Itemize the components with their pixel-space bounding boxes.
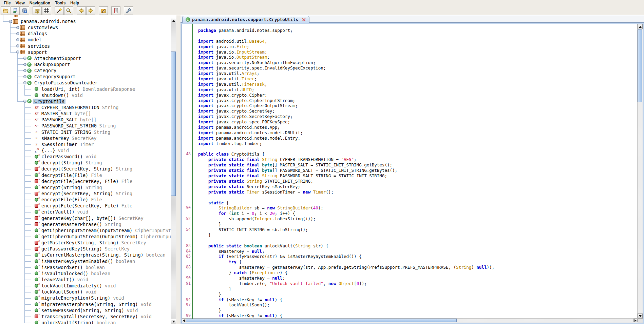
tree-item-type: void (72, 93, 83, 98)
tree-expand-handle[interactable] (23, 57, 27, 60)
settings-button[interactable] (124, 6, 133, 15)
editor-tab-cryptoutils[interactable]: panama.android.notes.support.CryptoUtils… (182, 16, 309, 23)
tree-item[interactable]: generateKey(char[], byte[])SecretKey (0, 215, 171, 221)
tree-expand-handle[interactable] (23, 81, 27, 84)
tree-item[interactable]: generateMasterPhrase()String (0, 221, 171, 227)
tree-item[interactable]: decrypt(String)String (0, 160, 171, 166)
tree-item[interactable]: transcryptAll(SecretKey, SecretKey)void (0, 313, 171, 320)
tree-item[interactable]: CryptoPicassoDownloader (0, 80, 171, 86)
tree-item[interactable]: migrateEncryption(String)void (0, 295, 171, 301)
tree-item[interactable]: isVaultUnlocked()boolean (0, 270, 171, 277)
tree-item[interactable]: CYPHER_TRANSFORMATIONString (0, 104, 171, 110)
scroll-right-button[interactable] (633, 319, 638, 322)
tree-expand-handle[interactable] (8, 20, 13, 23)
tree-item[interactable]: isCurrentMasterphrase(String, String)boo… (0, 252, 171, 258)
tree-expand-handle[interactable] (23, 63, 27, 66)
forward-button[interactable] (86, 6, 95, 15)
wand-button[interactable] (55, 6, 64, 15)
tree-item[interactable]: setNewPassword(String, String)void (0, 307, 171, 313)
tree-item[interactable]: customviews (0, 24, 171, 31)
code-area[interactable]: package panama.android.notes.support;imp… (182, 24, 638, 319)
search-button[interactable] (64, 6, 73, 15)
tree-item[interactable]: dialogs (0, 31, 171, 37)
tree-item[interactable]: MASTER_SALTbyte[] (0, 110, 171, 117)
tree-item[interactable]: sSessionTimerTimer (0, 141, 171, 147)
tree-item[interactable]: getCipherInputStream(InputStream)CipherI… (0, 227, 171, 234)
scroll-up-button[interactable] (171, 18, 176, 23)
grid-button[interactable] (42, 6, 51, 15)
menu-view[interactable]: View (13, 0, 27, 6)
menu-navigation[interactable]: Navigation (27, 0, 53, 6)
tree-item[interactable]: unlockVault(String)boolean (0, 320, 171, 324)
package-tree[interactable]: panama.android.notescustomviewsdialogsmo… (0, 15, 171, 324)
tree-item[interactable]: migrateMasterphrase(String, String)void (0, 301, 171, 307)
tree-expand-handle[interactable] (16, 50, 20, 54)
tree-item[interactable]: PASSWORD_SALT_STRINGString (0, 123, 171, 129)
tree-item[interactable]: {...}void (0, 147, 171, 154)
scroll-up-button[interactable] (638, 24, 643, 29)
tree-item[interactable]: decrypt(SecretKey, String)String (0, 166, 171, 172)
tree-expand-handle[interactable] (23, 69, 27, 72)
tree-item[interactable]: getPasswordKey(String)SecretKey (0, 246, 171, 252)
tree-item[interactable]: CategorySupport (0, 74, 171, 80)
tree-expand-handle[interactable] (23, 75, 27, 78)
tree-item[interactable]: enterVault()void (0, 209, 171, 215)
tree-item[interactable]: leaveVault()void (0, 277, 171, 283)
tree-expand-handle[interactable] (16, 38, 20, 41)
tree-item[interactable]: encrypt(String)String (0, 184, 171, 190)
tree-item[interactable]: isMasterKeySystemEnabled()boolean (0, 258, 171, 264)
tree-item[interactable]: STATIC_INIT_STRINGString (0, 129, 171, 135)
tree-item[interactable]: panama.android.notes (0, 18, 171, 24)
swap-arrows-button[interactable] (33, 6, 42, 15)
tree-item[interactable]: decryptFile(File)File (0, 172, 171, 178)
code-editor[interactable]: package panama.android.notes.support;imp… (182, 24, 643, 323)
tree-expand-handle[interactable] (16, 26, 20, 29)
code-vscrollbar-thumb[interactable] (638, 29, 642, 102)
tree-vertical-scrollbar[interactable] (171, 18, 176, 324)
tree-item[interactable]: services (0, 43, 171, 49)
tree-item[interactable]: Category (0, 67, 171, 74)
tree-item[interactable]: encrypt(SecretKey, String)String (0, 190, 171, 197)
tree-item[interactable]: decryptFile(SecretKey, File)File (0, 178, 171, 184)
code-hscrollbar-thumb[interactable] (186, 319, 457, 322)
report-button[interactable] (111, 6, 120, 15)
tree-item[interactable]: sMasterKeySecretKey (0, 135, 171, 141)
tree-item[interactable]: getMasterKey(String, String)SecretKey (0, 240, 171, 246)
scroll-down-button[interactable] (171, 319, 176, 324)
code-horizontal-scrollbar[interactable] (182, 318, 638, 323)
tree-item-type: String (99, 123, 116, 128)
code-line: import javax.crypto.CipherOutputStream; (182, 103, 638, 108)
tree-item[interactable]: encryptFile(File)File (0, 197, 171, 203)
tree-item[interactable]: load(Uri, int)Downloader$Response (0, 86, 171, 92)
tree-item[interactable]: encryptFile(SecretKey, File)File (0, 203, 171, 209)
open-file-button[interactable] (1, 6, 10, 15)
tree-expand-handle[interactable] (16, 44, 20, 47)
scroll-down-button[interactable] (638, 313, 643, 319)
menu-file[interactable]: File (1, 0, 13, 6)
tree-scrollbar-thumb[interactable] (171, 52, 176, 196)
save-button[interactable] (20, 6, 29, 15)
tree-item[interactable]: getCipherOutputStream(OutputStream)Ciphe… (0, 234, 171, 240)
tree-item[interactable]: shutdown()void (0, 92, 171, 98)
tree-item[interactable]: CryptoUtils (0, 98, 171, 104)
tree-item[interactable]: lockVaultImmediately()void (0, 283, 171, 289)
tree-item[interactable]: clearPassword()void (0, 154, 171, 160)
scroll-left-button[interactable] (182, 319, 186, 322)
tree-item[interactable]: lockVaultSoon()void (0, 289, 171, 295)
tree-expand-handle[interactable] (16, 32, 20, 35)
back-button[interactable] (77, 6, 86, 15)
menu-help[interactable]: Help (68, 0, 81, 6)
tree-item[interactable]: PASSWORD_SALTbyte[] (0, 117, 171, 123)
code-vertical-scrollbar[interactable] (637, 24, 643, 319)
tree-item[interactable]: support (0, 49, 171, 55)
tree-item[interactable]: AttachmentSupport (0, 55, 171, 61)
tree-item[interactable]: BackupSupport (0, 61, 171, 67)
split-pane-divider[interactable] (176, 15, 181, 324)
open-all-button[interactable] (11, 6, 20, 15)
menu-tools[interactable]: Tools (53, 0, 68, 6)
tree-item[interactable]: model (0, 37, 171, 43)
tab-close-icon[interactable]: × (302, 18, 306, 22)
tree-expand-handle[interactable] (23, 100, 27, 103)
tree-item[interactable]: isPasswordSet()boolean (0, 264, 171, 270)
edit-button[interactable] (99, 6, 108, 15)
